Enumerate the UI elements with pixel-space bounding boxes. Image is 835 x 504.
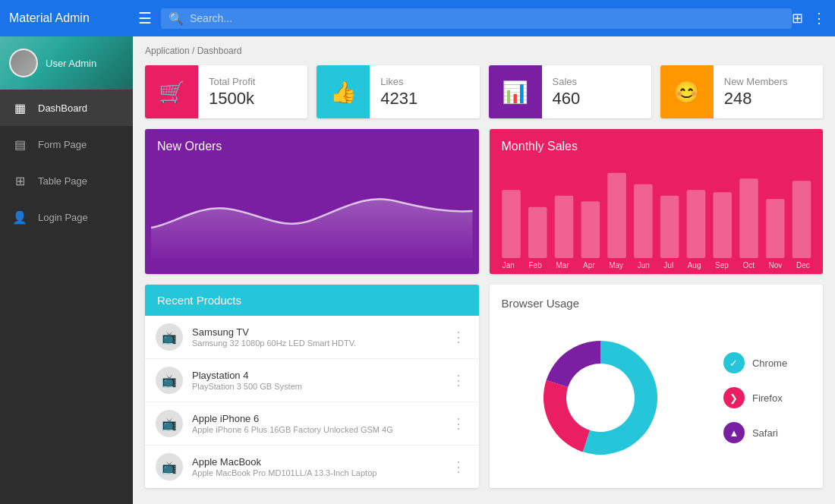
new-orders-chart	[145, 159, 479, 258]
sidebar-user: User Admin	[0, 36, 133, 90]
content-area: Application / Dashboard 🛒 Total Profit 1…	[133, 36, 835, 504]
legend-item-chrome: ✓ Chrome	[723, 352, 787, 373]
product-desc: PlayStation 3 500 GB System	[192, 382, 449, 391]
svg-point-12	[568, 365, 633, 430]
nav-label-login: Login Page	[38, 212, 88, 223]
product-desc: Samsung 32 1080p 60Hz LED Smart HDTV.	[192, 339, 449, 348]
search-icon: 🔍	[169, 11, 184, 26]
sidebar-item-login[interactable]: 👤 Login Page	[0, 199, 133, 235]
month-label-nov: Nov	[769, 261, 783, 269]
legend-label-firefox: Firefox	[752, 392, 783, 404]
browser-usage-title: Browser Usage	[502, 297, 811, 310]
search-input[interactable]	[190, 12, 784, 24]
new-orders-title: New Orders	[157, 140, 467, 153]
month-label-oct: Oct	[742, 261, 755, 269]
product-name: Samsung TV	[192, 326, 449, 338]
sidebar-item-form[interactable]: ▤ Form Page	[0, 126, 133, 162]
list-item: 📺 Playstation 4 PlayStation 3 500 GB Sys…	[145, 359, 479, 402]
new-orders-header: New Orders	[145, 129, 479, 159]
sidebar-item-table[interactable]: ⊞ Table Page	[0, 162, 133, 199]
legend-label-safari: Safari	[752, 427, 778, 439]
product-menu-icon[interactable]: ⋮	[449, 455, 468, 478]
stat-icon-total-profit: 🛒	[145, 65, 198, 118]
svg-rect-6	[660, 196, 679, 258]
svg-rect-1	[528, 207, 547, 258]
month-label-mar: Mar	[556, 261, 569, 269]
grid-icon[interactable]: ⊞	[792, 10, 803, 27]
stat-card-total-profit: 🛒 Total Profit 1500k	[145, 65, 307, 118]
stat-icon-new-members: 😊	[660, 65, 714, 118]
recent-products-header: Recent Products	[145, 285, 479, 316]
stat-card-sales: 📊 Sales 460	[489, 65, 651, 118]
stat-cards: 🛒 Total Profit 1500k 👍 Likes 4231 📊 Sale…	[145, 65, 823, 118]
sidebar-item-dashboard[interactable]: ▦ DashBoard	[0, 90, 133, 126]
stat-card-new-members: 😊 New Members 248	[660, 65, 823, 118]
user-name: User Admin	[46, 58, 96, 69]
browser-usage-content: ✓ Chrome ❯ Firefox ▲ Safari	[502, 322, 811, 474]
stat-label-likes: Likes	[380, 76, 417, 87]
stat-value-total-profit: 1500k	[209, 89, 255, 109]
bottom-row: Recent Products 📺 Samsung TV Samsung 32 …	[145, 285, 823, 488]
monthly-sales-header: Monthly Sales	[490, 129, 824, 159]
stat-value-sales: 460	[553, 89, 581, 109]
nav-label-table: Table Page	[38, 175, 87, 187]
monthly-sales-chart	[490, 159, 824, 258]
donut-chart	[525, 322, 676, 474]
month-label-apr: Apr	[583, 261, 595, 269]
nav-label-dashboard: DashBoard	[38, 102, 87, 114]
product-menu-icon[interactable]: ⋮	[449, 369, 468, 392]
legend-dot-firefox: ❯	[723, 387, 745, 408]
svg-rect-11	[792, 181, 811, 258]
month-label-sep: Sep	[715, 261, 729, 269]
product-name: Apple iPhone 6	[192, 413, 449, 424]
list-item: 📺 Apple iPhone 6 Apple iPhone 6 Plus 16G…	[145, 402, 479, 446]
svg-rect-4	[607, 173, 626, 258]
product-icon: 📺	[156, 323, 183, 351]
svg-rect-8	[713, 192, 732, 258]
product-list: 📺 Samsung TV Samsung 32 1080p 60Hz LED S…	[145, 316, 479, 488]
recent-products-title: Recent Products	[157, 294, 467, 307]
stat-label-sales: Sales	[553, 76, 581, 87]
product-name: Apple MacBook	[192, 456, 449, 468]
monthly-labels: JanFebMarAprMayJunJulAugSepOctNovDec	[490, 258, 824, 274]
product-icon: 📺	[156, 410, 183, 437]
month-label-feb: Feb	[528, 261, 541, 269]
topnav-actions: ⊞ ⋮	[792, 10, 826, 27]
svg-rect-0	[502, 190, 521, 258]
browser-legend: ✓ Chrome ❯ Firefox ▲ Safari	[723, 352, 787, 443]
legend-item-firefox: ❯ Firefox	[723, 387, 787, 408]
stat-icon-likes: 👍	[317, 65, 370, 118]
recent-products-card: Recent Products 📺 Samsung TV Samsung 32 …	[145, 285, 479, 488]
svg-rect-9	[739, 178, 758, 258]
svg-rect-7	[686, 190, 705, 258]
svg-rect-5	[634, 184, 653, 258]
brand-title: Material Admin	[9, 11, 138, 25]
product-desc: Apple iPhone 6 Plus 16GB Factory Unlocke…	[192, 425, 449, 434]
product-menu-icon[interactable]: ⋮	[449, 326, 468, 348]
main-layout: User Admin ▦ DashBoard ▤ Form Page ⊞ Tab…	[0, 36, 835, 504]
stat-info-new-members: New Members 248	[714, 68, 799, 116]
product-menu-icon[interactable]: ⋮	[449, 412, 468, 435]
svg-rect-10	[765, 199, 784, 258]
stat-icon-sales: 📊	[489, 65, 542, 118]
stat-label-new-members: New Members	[724, 76, 788, 87]
menu-icon[interactable]: ☰	[138, 9, 152, 27]
browser-usage-card: Browser Usage ✓ Chrome ❯ Firefox ▲ Safar…	[490, 285, 824, 488]
month-label-jun: Jun	[638, 261, 650, 269]
stat-value-likes: 4231	[380, 89, 417, 109]
stat-label-total-profit: Total Profit	[209, 76, 255, 87]
svg-rect-2	[554, 196, 573, 258]
legend-dot-chrome: ✓	[723, 352, 745, 373]
list-item: 📺 Apple MacBook Apple MacBook Pro MD101L…	[145, 446, 479, 488]
topnav: Material Admin ☰ 🔍 ⊞ ⋮	[0, 0, 835, 36]
stat-card-likes: 👍 Likes 4231	[317, 65, 479, 118]
more-icon[interactable]: ⋮	[812, 10, 826, 27]
stat-info-likes: Likes 4231	[370, 68, 428, 116]
sidebar-nav: ▦ DashBoard ▤ Form Page ⊞ Table Page 👤 L…	[0, 90, 133, 504]
stat-value-new-members: 248	[724, 89, 788, 109]
legend-dot-safari: ▲	[723, 422, 745, 443]
nav-icon-login: 👤	[12, 209, 27, 225]
nav-icon-table: ⊞	[12, 173, 27, 188]
charts-row: New Orders	[145, 129, 823, 274]
search-bar: 🔍	[161, 8, 792, 29]
